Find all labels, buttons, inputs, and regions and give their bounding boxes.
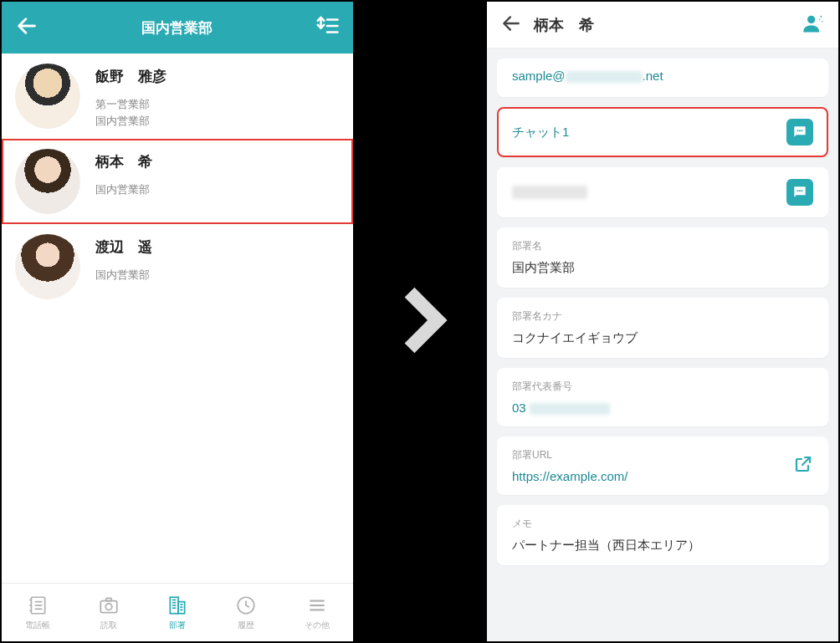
building-icon — [166, 595, 188, 616]
chat-label: チャット1 — [512, 125, 569, 140]
phone-prefix: 03 — [512, 401, 526, 415]
field-value: コクナイエイギョウブ — [512, 330, 813, 346]
memo-card: メモ パートナー担当（西日本エリア） — [497, 505, 828, 565]
nav-department[interactable]: 部署 — [166, 595, 188, 631]
redacted — [566, 71, 643, 83]
svg-rect-13 — [105, 598, 111, 600]
field-label: メモ — [512, 517, 813, 531]
nav-label: 部署 — [169, 620, 186, 631]
svg-point-29 — [797, 130, 799, 131]
contact-info: 柄本 希 国内営業部 — [95, 149, 152, 198]
back-icon[interactable] — [500, 13, 522, 38]
chat-icon[interactable] — [786, 119, 813, 145]
svg-point-30 — [799, 130, 801, 131]
email-value: sample@.net — [512, 69, 663, 83]
field-label: 部署代表番号 — [512, 380, 813, 394]
nav-scan[interactable]: 読取 — [98, 595, 120, 631]
chat-label-redacted — [512, 186, 587, 199]
contact-name: 渡辺 遥 — [95, 237, 152, 257]
field-label: 部署名 — [512, 239, 813, 253]
dept-phone-card[interactable]: 部署代表番号 03 — [497, 368, 828, 426]
email-suffix: .net — [643, 69, 663, 83]
left-screen: 国内営業部 飯野 雅彦 第一営業部 国内営業部 柄本 希 国内営業部 — [2, 2, 353, 641]
field-label: 部署URL — [512, 448, 627, 462]
email-card[interactable]: sample@.net — [497, 59, 828, 97]
add-person-icon[interactable] — [802, 12, 825, 38]
nav-phonebook[interactable]: 電話帳 — [25, 595, 50, 631]
contact-sub: 国内営業部 — [95, 113, 166, 130]
contact-sub: 第一営業部 — [95, 96, 166, 113]
chat1-row[interactable]: チャット1 — [497, 107, 828, 157]
field-value: https://example.com/ — [512, 469, 627, 483]
phonebook-icon — [27, 595, 49, 616]
left-title: 国内営業部 — [141, 18, 213, 38]
nav-label: 読取 — [100, 620, 117, 631]
bottom-nav: 電話帳 読取 部署 履歴 — [2, 583, 353, 641]
contact-sub: 国内営業部 — [95, 181, 152, 198]
svg-point-32 — [797, 190, 799, 191]
field-value: パートナー担当（西日本エリア） — [512, 538, 813, 554]
nav-history[interactable]: 履歴 — [235, 595, 257, 631]
contact-name: 飯野 雅彦 — [95, 67, 166, 86]
chevron-right-icon — [378, 262, 462, 382]
back-icon[interactable] — [15, 14, 38, 41]
dept-kana-card: 部署名カナ コクナイエイギョウブ — [497, 298, 828, 358]
avatar — [15, 149, 80, 214]
svg-point-31 — [802, 130, 803, 131]
right-screen: 柄本 希 sample@.net チャット1 — [487, 2, 838, 641]
svg-point-12 — [105, 603, 112, 610]
dept-url-card[interactable]: 部署URL https://example.com/ — [497, 436, 828, 495]
svg-rect-11 — [100, 600, 117, 612]
field-value: 国内営業部 — [512, 260, 813, 276]
contact-info: 飯野 雅彦 第一営業部 国内営業部 — [95, 64, 166, 129]
contact-name: 柄本 希 — [95, 152, 152, 171]
svg-point-28 — [807, 15, 815, 23]
camera-icon — [98, 595, 120, 616]
chat-icon[interactable] — [786, 179, 813, 206]
open-external-icon[interactable] — [793, 454, 813, 477]
transition-arrow-panel — [353, 2, 487, 641]
nav-label: 電話帳 — [25, 620, 50, 631]
contact-row[interactable]: 飯野 雅彦 第一営業部 国内営業部 — [2, 54, 353, 139]
svg-point-34 — [802, 190, 803, 191]
contact-row-selected[interactable]: 柄本 希 国内営業部 — [2, 139, 353, 224]
nav-label: その他 — [305, 620, 330, 631]
nav-label: 履歴 — [238, 620, 254, 631]
email-prefix: sample@ — [512, 69, 566, 83]
contact-info: 渡辺 遥 国内営業部 — [95, 234, 152, 283]
right-topbar: 柄本 希 — [487, 2, 838, 48]
avatar — [15, 64, 80, 129]
avatar — [15, 234, 80, 299]
contact-sub: 国内営業部 — [95, 267, 152, 283]
contact-row[interactable]: 渡辺 遥 国内営業部 — [2, 224, 353, 309]
field-value: 03 — [512, 401, 813, 415]
nav-more[interactable]: その他 — [305, 595, 330, 631]
svg-point-33 — [799, 190, 801, 191]
menu-icon — [306, 595, 328, 616]
field-label: 部署名カナ — [512, 309, 813, 324]
redacted — [530, 403, 610, 415]
chat2-row[interactable] — [497, 167, 828, 217]
clock-icon — [235, 595, 257, 616]
sort-icon[interactable] — [315, 13, 340, 42]
detail-title: 柄本 希 — [534, 15, 802, 35]
contact-list: 飯野 雅彦 第一営業部 国内営業部 柄本 希 国内営業部 渡辺 遥 国内営業部 — [2, 54, 353, 583]
dept-name-card: 部署名 国内営業部 — [497, 227, 828, 288]
detail-content: sample@.net チャット1 部署名 国内営業部 部署名カ — [487, 48, 838, 641]
left-topbar: 国内営業部 — [2, 2, 353, 54]
